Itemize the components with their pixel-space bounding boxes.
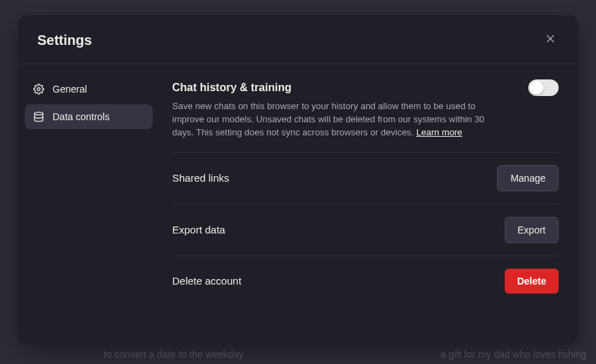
backdrop-suggestion-left: to convert a date to the weekday [104, 349, 243, 360]
shared-links-section: Shared links Manage [172, 153, 559, 204]
chat-history-toggle[interactable] [528, 79, 559, 96]
modal-header: Settings [18, 15, 578, 64]
delete-account-title: Delete account [172, 275, 241, 287]
gear-icon [33, 84, 44, 95]
learn-more-link[interactable]: Learn more [416, 127, 462, 137]
settings-modal: Settings General Data controls [18, 15, 578, 345]
sidebar-item-label: Data controls [53, 111, 109, 122]
sidebar-item-label: General [53, 84, 87, 95]
settings-content: Chat history & training Save new chats o… [160, 64, 578, 345]
svg-point-3 [35, 112, 43, 115]
close-button[interactable] [539, 29, 561, 51]
delete-button[interactable]: Delete [505, 269, 559, 294]
export-data-section: Export data Export [172, 204, 559, 256]
toggle-knob [530, 81, 543, 95]
sidebar-item-data-controls[interactable]: Data controls [25, 104, 153, 129]
shared-links-title: Shared links [172, 172, 230, 184]
export-button[interactable]: Export [505, 217, 559, 243]
chat-history-section: Chat history & training Save new chats o… [172, 79, 559, 153]
delete-account-section: Delete account Delete [172, 256, 559, 306]
chat-history-title: Chat history & training [172, 82, 291, 94]
close-icon [544, 32, 557, 48]
modal-body: General Data controls Chat history & tra… [18, 64, 578, 345]
sidebar-item-general[interactable]: General [25, 77, 153, 102]
export-data-title: Export data [172, 224, 225, 236]
backdrop-suggestion-right: a gift for my dad who loves fishing [440, 349, 586, 360]
manage-button[interactable]: Manage [497, 165, 559, 191]
modal-title: Settings [37, 32, 92, 48]
svg-point-2 [37, 88, 40, 90]
database-icon [33, 111, 44, 122]
chat-history-description: Save new chats on this browser to your h… [172, 100, 504, 140]
sidebar: General Data controls [18, 64, 160, 345]
